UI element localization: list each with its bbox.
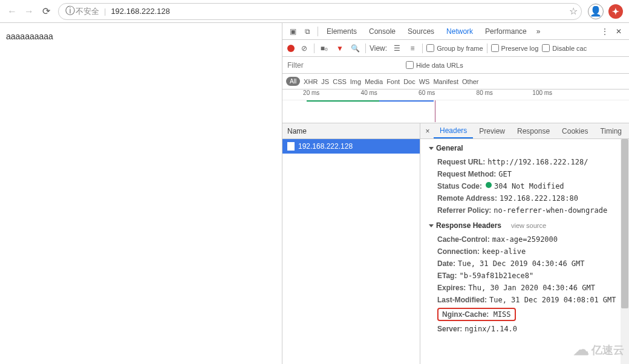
tick: 100 ms: [513, 89, 572, 100]
device-icon[interactable]: ⧉: [301, 27, 315, 36]
filter-bar: Hide data URLs: [282, 57, 629, 74]
tick: 60 ms: [398, 89, 456, 100]
filter-input[interactable]: [282, 59, 403, 72]
headers-content[interactable]: General Request URL:http://192.168.222.1…: [420, 139, 629, 364]
network-toolbar: ⊘ ■₀ ▼ 🔍 View: ☰ ≡ Group by frame Preser…: [282, 40, 629, 57]
detail-tabs: × Headers Preview Response Cookies Timin…: [420, 123, 629, 139]
tab-response[interactable]: Response: [511, 123, 556, 138]
camera-icon[interactable]: ■₀: [318, 44, 330, 53]
tab-elements[interactable]: Elements: [321, 23, 363, 39]
header-row: ETag:"b-59af81b21ece8": [420, 270, 629, 282]
type-js[interactable]: JS: [321, 78, 329, 85]
header-row: Last-Modified:Tue, 31 Dec 2019 04:08:01 …: [420, 294, 629, 306]
clear-icon[interactable]: ⊘: [298, 44, 310, 53]
header-row: Date:Tue, 31 Dec 2019 04:30:46 GMT: [420, 258, 629, 270]
page-content: aaaaaaaaaa: [0, 23, 282, 364]
security-label: 不安全: [76, 6, 99, 17]
type-filter-bar: All XHR JS CSS Img Media Font Doc WS Man…: [282, 74, 629, 89]
group-by-frame-checkbox[interactable]: Group by frame: [426, 44, 483, 52]
waterfall-bar: [379, 100, 434, 102]
response-headers-section[interactable]: Response Headersview source: [420, 216, 629, 233]
type-xhr[interactable]: XHR: [304, 78, 318, 85]
detail-close-icon[interactable]: ×: [422, 127, 434, 135]
type-font[interactable]: Font: [386, 78, 400, 85]
back-icon[interactable]: ←: [4, 3, 21, 20]
large-rows-icon[interactable]: ☰: [391, 44, 403, 53]
tab-sources[interactable]: Sources: [402, 23, 440, 39]
waterfall-bar: [307, 100, 379, 102]
tick: 20 ms: [282, 89, 341, 100]
devtools-close-icon[interactable]: ✕: [612, 27, 625, 36]
type-css[interactable]: CSS: [333, 78, 347, 85]
referrer-policy: Referrer Policy:no-referrer-when-downgra…: [420, 204, 629, 216]
forward-icon[interactable]: →: [21, 3, 37, 20]
tab-cookies[interactable]: Cookies: [556, 123, 594, 138]
status-code: Status Code:304 Not Modified: [420, 180, 629, 192]
info-icon: ⓘ: [65, 3, 76, 20]
url-text: 192.168.222.128: [111, 7, 170, 16]
request-method: Request Method:GET: [420, 168, 629, 180]
request-list: Name 192.168.222.128: [282, 123, 420, 364]
record-icon[interactable]: [287, 45, 295, 52]
timeline[interactable]: 20 ms 40 ms 60 ms 80 ms 100 ms: [282, 89, 629, 123]
address-bar[interactable]: ⓘ 不安全 | 192.168.222.128 ☆: [58, 3, 582, 20]
general-section[interactable]: General: [420, 139, 629, 156]
tab-network[interactable]: Network: [440, 23, 479, 39]
tabs-overflow-icon[interactable]: »: [533, 27, 544, 36]
browser-toolbar: ← → ⟳ ⓘ 不安全 | 192.168.222.128 ☆ 👤 ✦: [0, 0, 629, 23]
devtools-panel: ▣ ⧉ Elements Console Sources Network Per…: [282, 23, 629, 364]
request-row[interactable]: 192.168.222.128: [282, 139, 420, 154]
view-source-link[interactable]: view source: [511, 222, 546, 229]
waterfall-icon[interactable]: ≡: [406, 44, 419, 53]
request-name: 192.168.222.128: [298, 142, 353, 151]
tick: 80 ms: [455, 89, 513, 100]
search-icon[interactable]: 🔍: [350, 44, 362, 53]
view-label: View:: [370, 44, 387, 53]
type-other[interactable]: Other: [462, 78, 479, 85]
request-list-header[interactable]: Name: [282, 123, 420, 139]
header-row: Connection:keep-alive: [420, 245, 629, 258]
type-media[interactable]: Media: [365, 78, 383, 85]
tab-timing[interactable]: Timing: [594, 123, 628, 138]
extension-icon[interactable]: ✦: [608, 4, 623, 19]
tick: 40 ms: [340, 89, 398, 100]
scrollbar[interactable]: [621, 139, 629, 364]
dom-loaded-line: [435, 100, 435, 122]
nginx-cache-header: Nginx-Cache: MISS: [420, 306, 629, 323]
preserve-log-checkbox[interactable]: Preserve log: [491, 44, 539, 52]
bookmark-icon[interactable]: ☆: [569, 5, 578, 17]
tab-console[interactable]: Console: [363, 23, 402, 39]
type-ws[interactable]: WS: [419, 78, 430, 85]
cloud-icon: ☁: [573, 340, 589, 359]
profile-icon[interactable]: 👤: [588, 4, 604, 19]
type-img[interactable]: Img: [350, 78, 361, 85]
type-doc[interactable]: Doc: [403, 78, 416, 85]
document-icon: [287, 142, 295, 151]
reload-icon[interactable]: ⟳: [37, 3, 54, 20]
tab-performance[interactable]: Performance: [479, 23, 533, 39]
type-all[interactable]: All: [286, 77, 300, 86]
type-manifest[interactable]: Manifest: [433, 78, 458, 85]
inspect-icon[interactable]: ▣: [286, 27, 301, 36]
disable-cache-checkbox[interactable]: Disable cac: [542, 44, 587, 52]
tab-headers[interactable]: Headers: [434, 123, 473, 138]
request-url: Request URL:http://192.168.222.128/: [420, 156, 629, 168]
header-row: Cache-Control:max-age=2592000: [420, 233, 629, 245]
watermark: ☁亿速云: [573, 340, 624, 359]
status-dot-icon: [486, 182, 492, 188]
filter-icon[interactable]: ▼: [334, 44, 346, 53]
hide-data-urls-checkbox[interactable]: Hide data URLs: [406, 61, 463, 69]
remote-address: Remote Address:192.168.222.128:80: [420, 192, 629, 204]
request-detail: × Headers Preview Response Cookies Timin…: [420, 123, 629, 364]
tab-preview[interactable]: Preview: [473, 123, 511, 138]
header-row: Server:nginx/1.14.0: [420, 323, 629, 335]
header-row: Expires:Thu, 30 Jan 2020 04:30:46 GMT: [420, 282, 629, 294]
devtools-menu-icon[interactable]: ⋮: [598, 27, 612, 36]
devtools-tabs: ▣ ⧉ Elements Console Sources Network Per…: [282, 23, 629, 40]
separator: |: [104, 7, 106, 16]
